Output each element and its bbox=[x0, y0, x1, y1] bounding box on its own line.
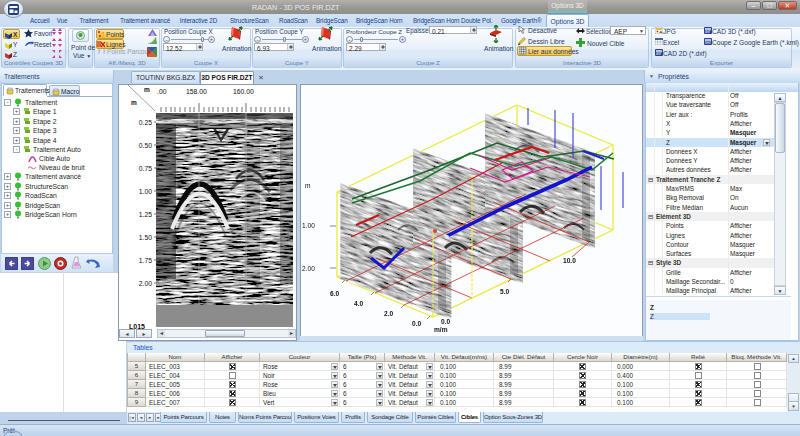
svg-text:0.0: 0.0 bbox=[412, 320, 421, 327]
svg-text:160.00: 160.00 bbox=[233, 88, 254, 95]
svg-text:158.00: 158.00 bbox=[186, 88, 207, 95]
svg-text:0.75: 0.75 bbox=[139, 165, 152, 172]
svg-text:m: m bbox=[305, 182, 311, 189]
svg-text:1.00: 1.00 bbox=[302, 222, 315, 229]
svg-text:dxf: dxf bbox=[656, 52, 661, 56]
svg-text:5.0: 5.0 bbox=[500, 288, 509, 295]
svg-text:4.0: 4.0 bbox=[354, 300, 363, 307]
svg-text:1.50: 1.50 bbox=[139, 234, 152, 241]
svg-text:1.25: 1.25 bbox=[139, 211, 152, 218]
svg-text:10.0: 10.0 bbox=[563, 257, 576, 264]
svg-text:dxf: dxf bbox=[705, 30, 710, 34]
svg-text:.00: .00 bbox=[157, 88, 167, 95]
svg-text:m/m: m/m bbox=[434, 326, 448, 333]
svg-text:0.0: 0.0 bbox=[441, 318, 450, 325]
svg-text:6.0: 6.0 bbox=[330, 290, 339, 297]
svg-text:1.00: 1.00 bbox=[139, 188, 152, 195]
svg-text:0.25: 0.25 bbox=[139, 119, 152, 126]
svg-text:m: m bbox=[144, 86, 150, 93]
svg-text:2.0: 2.0 bbox=[384, 310, 393, 317]
svg-text:1.75: 1.75 bbox=[139, 257, 152, 264]
svg-text:2.00: 2.00 bbox=[139, 280, 152, 287]
svg-text:m: m bbox=[131, 99, 137, 106]
svg-text:kml: kml bbox=[705, 41, 711, 45]
svg-text:0.50: 0.50 bbox=[139, 142, 152, 149]
svg-text:2.00: 2.00 bbox=[302, 265, 315, 272]
